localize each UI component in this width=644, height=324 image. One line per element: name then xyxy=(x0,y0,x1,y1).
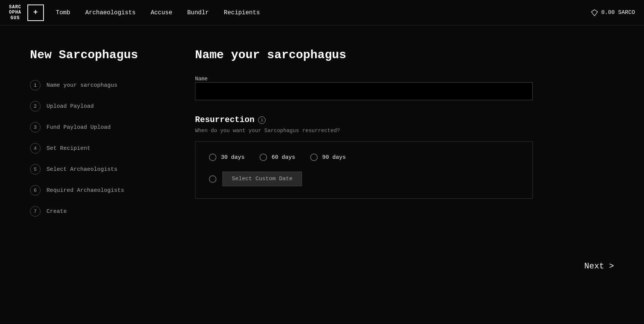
step-number-4: 4 xyxy=(30,143,41,154)
bottom-bar: Next > xyxy=(0,247,644,286)
nav-archaeologists[interactable]: Archaeologists xyxy=(85,9,135,16)
step-label-2: Upload Payload xyxy=(47,103,94,110)
step-number-5: 5 xyxy=(30,164,41,175)
navbar: SARC OPHA GUS + Tomb Archaeologists Accu… xyxy=(0,0,644,26)
label-60days: 60 days xyxy=(272,154,295,161)
main-content: New Sarcophagus 1 Name your sarcophagus … xyxy=(0,26,644,239)
page-title: New Sarcophagus xyxy=(30,48,165,62)
radio-90days[interactable] xyxy=(310,154,318,161)
nav-recipients[interactable]: Recipients xyxy=(224,9,260,16)
step-item-7[interactable]: 7 Create xyxy=(30,206,165,217)
logo-text: SARC OPHA GUS xyxy=(9,5,21,21)
nav-links: Tomb Archaeologists Accuse Bundlr Recipi… xyxy=(56,9,591,16)
step-item-4[interactable]: 4 Set Recipient xyxy=(30,143,165,154)
resurrection-section: Resurrection i When do you want your Sar… xyxy=(195,115,533,199)
step-number-1: 1 xyxy=(30,80,41,90)
step-label-5: Select Archaeologists xyxy=(47,166,117,173)
step-number-7: 7 xyxy=(30,206,41,217)
next-button[interactable]: Next > xyxy=(584,262,614,271)
name-label: Name xyxy=(195,76,208,82)
resurrection-header: Resurrection i xyxy=(195,115,533,125)
step-item-6[interactable]: 6 Required Archaeologists xyxy=(30,185,165,196)
step-item-3[interactable]: 3 Fund Payload Upload xyxy=(30,122,165,133)
new-button[interactable]: + xyxy=(27,5,44,21)
resurrection-title: Resurrection xyxy=(195,115,254,125)
name-field-group: Name xyxy=(195,75,533,100)
step-label-7: Create xyxy=(47,208,67,215)
logo[interactable]: SARC OPHA GUS xyxy=(9,5,21,21)
step-number-6: 6 xyxy=(30,185,41,196)
option-60days[interactable]: 60 days xyxy=(260,154,295,161)
label-90days: 90 days xyxy=(322,154,346,161)
radio-custom-date[interactable] xyxy=(209,175,216,183)
right-panel: Name your sarcophagus Name Resurrection … xyxy=(195,48,533,217)
radio-30days[interactable] xyxy=(209,154,216,161)
radio-60days[interactable] xyxy=(260,154,267,161)
step-label-3: Fund Payload Upload xyxy=(47,124,111,131)
option-custom-date[interactable] xyxy=(209,175,216,183)
svg-marker-0 xyxy=(591,9,598,16)
diamond-icon xyxy=(591,9,598,17)
label-30days: 30 days xyxy=(221,154,245,161)
name-input[interactable] xyxy=(195,82,533,100)
step-label-4: Set Recipient xyxy=(47,145,90,152)
resurrection-options-box: 30 days 60 days 90 days Selec xyxy=(195,141,533,199)
nav-accuse[interactable]: Accuse xyxy=(151,9,173,16)
step-item-5[interactable]: 5 Select Archaeologists xyxy=(30,164,165,175)
step-label-6: Required Archaeologists xyxy=(47,187,124,194)
step-list: 1 Name your sarcophagus 2 Upload Payload… xyxy=(30,80,165,217)
custom-date-row: Select Custom Date xyxy=(209,172,519,186)
resurrection-subtitle: When do you want your Sarcophagus resurr… xyxy=(195,128,533,134)
wallet-info: 0.00 SARCO xyxy=(591,9,635,17)
wallet-balance: 0.00 SARCO xyxy=(601,9,635,16)
custom-date-button[interactable]: Select Custom Date xyxy=(222,172,302,186)
day-options-row: 30 days 60 days 90 days xyxy=(209,154,519,161)
form-section-title: Name your sarcophagus xyxy=(195,48,533,62)
step-number-2: 2 xyxy=(30,101,41,112)
step-number-3: 3 xyxy=(30,122,41,133)
nav-bundlr[interactable]: Bundlr xyxy=(187,9,209,16)
steps-sidebar: New Sarcophagus 1 Name your sarcophagus … xyxy=(30,48,165,217)
option-30days[interactable]: 30 days xyxy=(209,154,245,161)
step-item-1[interactable]: 1 Name your sarcophagus xyxy=(30,80,165,90)
step-label-1: Name your sarcophagus xyxy=(47,82,117,89)
nav-tomb[interactable]: Tomb xyxy=(56,9,70,16)
info-icon[interactable]: i xyxy=(258,116,266,124)
step-item-2[interactable]: 2 Upload Payload xyxy=(30,101,165,112)
option-90days[interactable]: 90 days xyxy=(310,154,346,161)
